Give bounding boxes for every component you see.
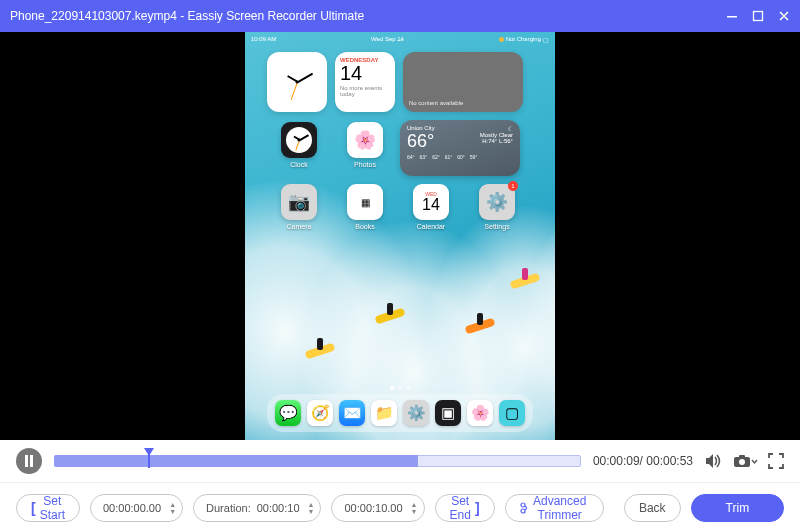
weather-widget: Union City 66° ☾ Mostly Clear H:74° L:56… <box>400 120 520 176</box>
svg-rect-0 <box>727 16 737 18</box>
status-charge: Not Charging <box>506 36 541 42</box>
titlebar: Phone_220914103007.keymp4 - Eassiy Scree… <box>0 0 800 32</box>
time-display: 00:00:09/ 00:00:53 <box>593 454 693 468</box>
page-indicator <box>390 386 410 390</box>
notes-widget: No content available <box>403 52 523 112</box>
trim-bar: [Set Start 00:00:00.00 ▲▼ Duration:00:00… <box>0 482 800 532</box>
window-controls <box>726 10 790 22</box>
dock-safari: 🧭 <box>307 400 333 426</box>
end-time-stepper[interactable]: ▲▼ <box>409 501 420 515</box>
playback-controls: 00:00:09/ 00:00:53 <box>0 440 800 482</box>
app-calendar: WED14Calendar <box>405 184 457 230</box>
calendar-widget: WEDNESDAY 14 No more events today <box>335 52 395 112</box>
ipad-dock: 💬 🧭 ✉️ 📁 ⚙️ ▣ 🌸 ▢ <box>267 394 533 432</box>
duration-stepper[interactable]: ▲▼ <box>306 501 317 515</box>
seek-bar[interactable] <box>54 452 581 470</box>
analog-clock-icon <box>274 59 320 105</box>
dock-messages: 💬 <box>275 400 301 426</box>
ipad-status-bar: 10:09 AM Wed Sep 14 ⋯ Not Charging▢ <box>245 32 555 46</box>
start-time-stepper[interactable]: ▲▼ <box>167 501 178 515</box>
set-end-button[interactable]: Set End] <box>435 494 495 522</box>
end-time-input[interactable]: 00:00:10.00 ▲▼ <box>331 494 424 522</box>
dock-mail: ✉️ <box>339 400 365 426</box>
ipad-screen: 10:09 AM Wed Sep 14 ⋯ Not Charging▢ WEDN… <box>245 32 555 440</box>
trim-button[interactable]: Trim <box>691 494 785 522</box>
minimize-icon[interactable] <box>726 10 738 22</box>
app-settings: ⚙️1Settings <box>471 184 523 230</box>
svg-point-6 <box>739 459 745 465</box>
svg-rect-3 <box>30 455 33 467</box>
set-start-button[interactable]: [Set Start <box>16 494 80 522</box>
advanced-trimmer-button[interactable]: Advanced Trimmer <box>505 494 604 522</box>
back-button[interactable]: Back <box>624 494 681 522</box>
window-title: Phone_220914103007.keymp4 - Eassiy Scree… <box>10 9 726 23</box>
svg-rect-2 <box>25 455 28 467</box>
svg-rect-5 <box>739 455 745 458</box>
badge-icon: 1 <box>508 181 518 191</box>
pause-button[interactable] <box>16 448 42 474</box>
close-icon[interactable] <box>778 10 790 22</box>
app-photos: 🌸Photos <box>339 122 391 168</box>
svg-point-8 <box>521 509 525 513</box>
app-clock: Clock <box>273 122 325 168</box>
volume-icon[interactable] <box>705 453 723 469</box>
fullscreen-icon[interactable] <box>768 453 784 469</box>
svg-rect-1 <box>754 12 763 21</box>
video-preview: 10:09 AM Wed Sep 14 ⋯ Not Charging▢ WEDN… <box>0 32 800 440</box>
app-books: ▦Books <box>339 184 391 230</box>
dock-files: 📁 <box>371 400 397 426</box>
dock-settings: ⚙️ <box>403 400 429 426</box>
dock-screens: ▢ <box>499 400 525 426</box>
duration-input[interactable]: Duration:00:00:10 ▲▼ <box>193 494 321 522</box>
maximize-icon[interactable] <box>752 10 764 22</box>
svg-point-7 <box>521 503 525 507</box>
dock-photos: 🌸 <box>467 400 493 426</box>
snapshot-icon[interactable] <box>733 454 758 468</box>
clock-widget <box>267 52 327 112</box>
app-camera: 📷Camera <box>273 184 325 230</box>
start-time-input[interactable]: 00:00:00.00 ▲▼ <box>90 494 183 522</box>
scissors-icon <box>520 502 527 514</box>
status-time: 10:09 AM <box>251 36 276 42</box>
dock-shortcuts: ▣ <box>435 400 461 426</box>
